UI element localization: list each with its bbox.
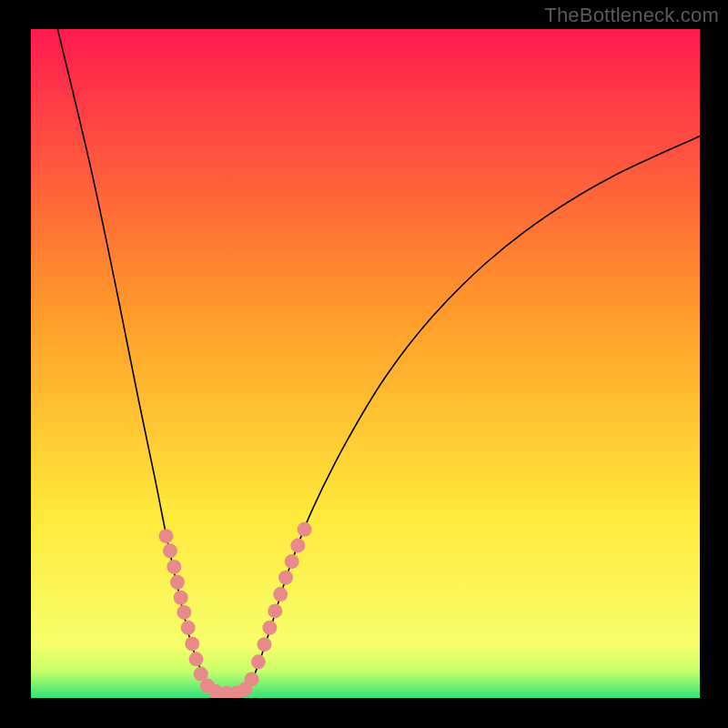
data-point <box>174 591 188 605</box>
data-point <box>181 621 196 635</box>
data-point <box>245 672 259 686</box>
data-point <box>163 543 177 558</box>
data-point <box>273 587 288 602</box>
data-point <box>185 636 199 651</box>
data-point <box>285 554 299 569</box>
data-point <box>258 637 272 652</box>
data-point <box>268 603 282 618</box>
data-point <box>262 621 277 635</box>
data-point <box>170 575 185 590</box>
data-point <box>167 560 181 574</box>
data-point <box>290 538 305 552</box>
chart-svg <box>31 29 700 698</box>
data-point <box>177 605 191 620</box>
data-point <box>278 571 293 585</box>
chart-container: TheBottleneck.com <box>0 0 728 728</box>
watermark-text: TheBottleneck.com <box>544 4 719 27</box>
data-point <box>251 654 266 669</box>
data-point <box>189 652 204 666</box>
plot-area <box>31 29 700 698</box>
data-point <box>298 522 312 537</box>
data-point <box>158 529 173 543</box>
